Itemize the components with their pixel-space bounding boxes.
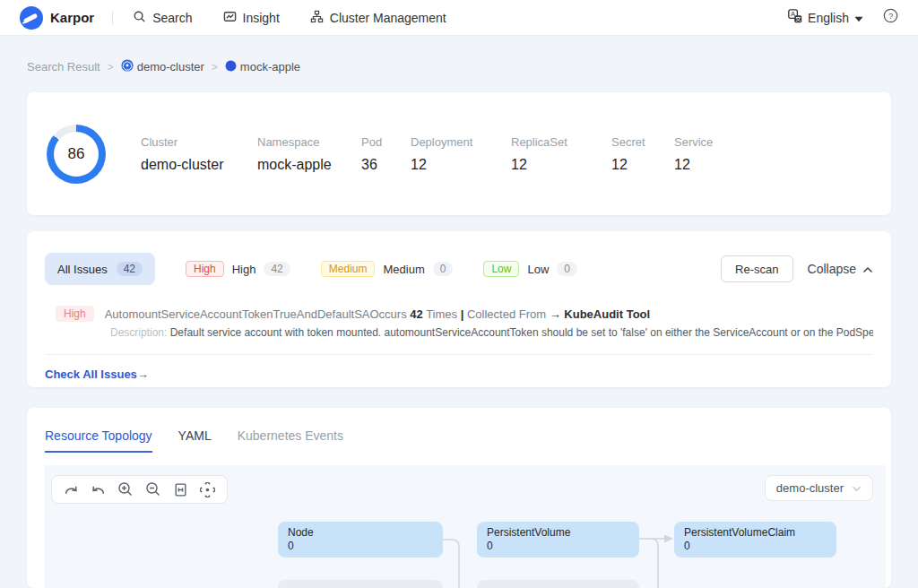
fit-center-button[interactable]: [200, 482, 215, 497]
issue-row[interactable]: High AutomountServiceAccountTokenTrueAnd…: [45, 306, 873, 322]
breadcrumb-root[interactable]: Search Result: [27, 60, 100, 74]
tab-resource-topology[interactable]: Resource Topology: [45, 428, 152, 453]
issue-description-label: Description:: [110, 326, 167, 339]
nav-item-search[interactable]: Search: [133, 10, 192, 26]
nav-left: Karpor Search Insight Cluster Management: [20, 6, 477, 30]
stat-label: Secret: [611, 135, 674, 149]
nav-right: A English ?: [788, 8, 898, 27]
page: Karpor Search Insight Cluster Management: [0, 0, 918, 588]
stat-value: 12: [674, 157, 746, 173]
issues-filter-row: All Issues 42 High High 42 Medium Medium…: [45, 253, 873, 285]
chevron-down-icon: [852, 481, 862, 495]
redo-button[interactable]: [64, 482, 79, 497]
kubernetes-cluster-icon: [121, 59, 134, 74]
breadcrumb-cluster-label: demo-cluster: [137, 60, 204, 74]
node-title: PersistentVolumeClaim: [684, 526, 836, 539]
breadcrumb-separator: >: [108, 61, 114, 74]
arrow-right-icon: →: [550, 307, 561, 321]
stat-value: 12: [511, 157, 611, 173]
node-title: PersistentVolume: [487, 526, 639, 539]
zoom-in-button[interactable]: [117, 481, 134, 497]
stat-value: 36: [361, 157, 411, 173]
collapse-label: Collapse: [808, 262, 856, 276]
filter-count-badge: 0: [557, 262, 577, 276]
filter-high[interactable]: High High 42: [186, 261, 290, 277]
breadcrumb-namespace[interactable]: mock-apple: [225, 60, 300, 74]
rescan-button[interactable]: Re-scan: [721, 255, 792, 282]
stat-value: 12: [611, 157, 674, 173]
topology-node-node[interactable]: Node 0: [278, 522, 443, 558]
filter-label: Low: [527, 263, 549, 276]
topology-node-persistentvolumeclaim[interactable]: PersistentVolumeClaim 0: [674, 522, 836, 558]
karpor-logo-icon[interactable]: [20, 6, 43, 30]
medium-severity-tag: Medium: [321, 261, 376, 277]
nav-item-label: Insight: [243, 11, 280, 25]
topology-node-partial: [477, 580, 639, 588]
filter-count-badge: 42: [264, 262, 290, 276]
help-button[interactable]: ?: [883, 8, 898, 27]
cluster-select-value: demo-cluster: [776, 481, 844, 495]
score-value: 86: [54, 132, 99, 177]
issue-times-word: Times: [426, 307, 457, 321]
question-circle-icon: ?: [883, 8, 898, 27]
nav-divider: [112, 11, 113, 25]
summary-stats: Cluster demo-cluster Namespace mock-appl…: [141, 135, 746, 173]
cluster-select-dropdown[interactable]: demo-cluster: [765, 475, 873, 501]
filter-low[interactable]: Low Low 0: [483, 261, 577, 277]
breadcrumb: Search Result > demo-cluster > mock-appl…: [27, 59, 300, 74]
zoom-out-button[interactable]: [145, 481, 161, 497]
language-label: English: [808, 11, 849, 25]
language-switcher[interactable]: A English: [788, 9, 863, 26]
topology-node-persistentvolume[interactable]: PersistentVolume 0: [477, 522, 639, 558]
top-nav: Karpor Search Insight Cluster Management: [0, 0, 918, 36]
issue-title: AutomountServiceAccountTokenTrueAndDefau…: [105, 307, 407, 321]
insight-icon: [223, 10, 237, 26]
undo-button[interactable]: [91, 482, 106, 497]
stat-replicaset: ReplicaSet 12: [511, 135, 611, 173]
topology-toolbar: [51, 475, 228, 504]
issue-pipe: |: [461, 307, 464, 321]
filter-medium[interactable]: Medium Medium 0: [321, 261, 454, 277]
filter-count-badge: 0: [433, 262, 454, 276]
tab-yaml[interactable]: YAML: [178, 428, 212, 453]
node-count: 0: [288, 540, 443, 552]
tab-kubernetes-events[interactable]: Kubernetes Events: [238, 428, 343, 453]
breadcrumb-cluster[interactable]: demo-cluster: [121, 59, 204, 74]
search-icon: [133, 10, 146, 26]
brand-name[interactable]: Karpor: [50, 10, 94, 25]
stat-value: 12: [411, 157, 511, 173]
stat-value: mock-apple: [257, 157, 361, 173]
node-count: 0: [487, 540, 639, 552]
topology-node-partial: [278, 580, 443, 588]
nav-item-label: Search: [152, 11, 192, 25]
check-all-issues-link[interactable]: Check All Issues→: [45, 368, 149, 381]
nav-item-insight[interactable]: Insight: [223, 10, 280, 26]
issues-divider: [45, 354, 873, 355]
filter-label: All Issues: [57, 263, 108, 276]
stat-label: Pod: [361, 135, 411, 149]
node-count: 0: [684, 540, 836, 552]
stat-label: Service: [674, 135, 746, 149]
filter-all-issues[interactable]: All Issues 42: [45, 253, 155, 285]
topology-canvas-area: demo-cluster Node 0: [45, 465, 886, 588]
stat-value: demo-cluster: [141, 157, 257, 173]
chevron-up-icon: [862, 262, 873, 276]
check-all-label: Check All Issues: [45, 368, 137, 381]
issue-title-line: AutomountServiceAccountTokenTrueAndDefau…: [105, 307, 650, 321]
stat-service: Service 12: [674, 135, 746, 173]
issue-description-text: Default service account with token mount…: [170, 326, 873, 339]
nav-item-label: Cluster Management: [330, 11, 446, 25]
issue-description: Description: Default service account wit…: [110, 326, 873, 339]
caret-down-icon: [854, 11, 863, 25]
issue-tool-name: KubeAudit Tool: [564, 307, 650, 321]
cluster-management-icon: [310, 10, 324, 26]
nav-item-cluster-management[interactable]: Cluster Management: [310, 10, 446, 26]
collapse-toggle[interactable]: Collapse: [808, 262, 873, 276]
filter-label: High: [232, 263, 256, 276]
fit-page-button[interactable]: [173, 482, 188, 497]
namespace-icon: [225, 60, 237, 74]
svg-text:?: ?: [888, 11, 893, 21]
issue-times-value: 42: [410, 307, 422, 321]
filter-actions: Re-scan Collapse: [721, 255, 873, 282]
issues-card: All Issues 42 High High 42 Medium Medium…: [27, 231, 891, 387]
